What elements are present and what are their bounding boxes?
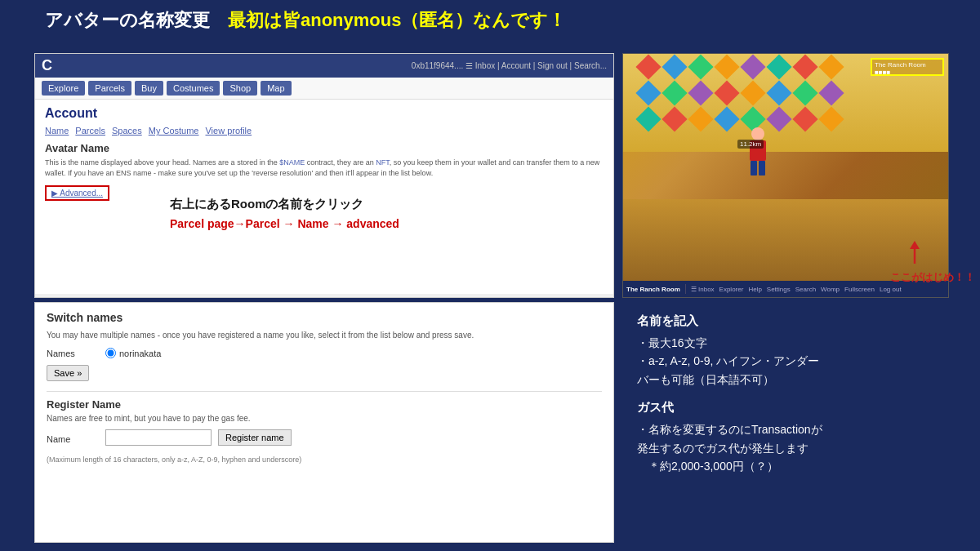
menu-parcels[interactable]: Parcels <box>88 81 131 96</box>
gas-item-3: ＊約2,000-3,000円（？） <box>637 457 951 475</box>
register-section: Register Name Names are free to mint, bu… <box>47 391 602 464</box>
diamond-14 <box>766 80 791 105</box>
diamond-3 <box>688 54 713 79</box>
bar-explorer[interactable]: Explorer <box>719 286 744 293</box>
annotation-room-click: 右上にあるRoomの名前をクリック <box>170 197 364 212</box>
diamond-17 <box>635 106 661 131</box>
names-radio[interactable] <box>105 348 116 358</box>
nft-link[interactable]: NFT <box>376 158 390 167</box>
diamond-19 <box>688 106 713 131</box>
nav-address: 0xb11f9644.... ☰ Inbox | Account | Sign … <box>338 61 608 70</box>
sub-nav-parcels[interactable]: Parcels <box>75 126 105 136</box>
sub-nav-costume[interactable]: My Costume <box>149 126 199 136</box>
bar-settings[interactable]: Settings <box>767 286 791 293</box>
char-legs <box>751 161 765 176</box>
switch-names-title: Switch names <box>47 311 602 324</box>
name-item-3: バーも可能（日本語不可） <box>637 371 951 389</box>
browser-menu: Explore Parcels Buy Costumes Shop Map <box>35 78 613 100</box>
char-leg-left <box>751 161 757 176</box>
name-info-section: 名前を記入 ・最大16文字 ・a-z, A-z, 0-9, ハイフン・アンダー … <box>637 313 951 389</box>
sub-nav-spaces[interactable]: Spaces <box>112 126 142 136</box>
advanced-button[interactable]: ▶ Advanced... <box>45 185 109 201</box>
menu-explore[interactable]: Explore <box>42 81 85 96</box>
sub-nav: Name Parcels Spaces My Costume View prof… <box>45 126 604 136</box>
diamond-22 <box>766 106 791 131</box>
room-name-bar: The Ranch Room <box>626 286 680 293</box>
name-item-1: ・最大16文字 <box>637 334 951 352</box>
bar-fullscreen[interactable]: Fullscreen <box>844 286 875 293</box>
diamond-20 <box>714 106 739 131</box>
register-desc: Names are free to mint, but you have to … <box>47 414 602 423</box>
hint-text: (Maximum length of 16 characters, only a… <box>47 455 602 464</box>
radio-value: norinakata <box>119 349 161 358</box>
header-highlight: 最初は皆anonymous（匿名）なんです！ <box>228 10 566 30</box>
left-bottom-panel: Switch names You may have multiple names… <box>34 302 614 543</box>
register-title: Register Name <box>47 398 602 411</box>
page-title: Account <box>45 106 604 121</box>
diamond-24 <box>818 106 844 131</box>
diamond-11 <box>688 80 713 105</box>
bar-inbox[interactable]: ☰ Inbox <box>691 286 715 293</box>
koko-annotation: ここがはじめ！！ <box>890 241 975 285</box>
name-field-label: Name <box>47 434 96 444</box>
koko-text: ここがはじめ！！ <box>890 270 975 285</box>
left-top-panel: C 0xb11f9644.... ☰ Inbox | Account | Sig… <box>34 53 614 298</box>
diamond-8 <box>818 54 844 79</box>
room-highlight-box: The Ranch Room ■■■■ <box>871 58 944 76</box>
register-name-button[interactable]: Register name <box>218 429 292 446</box>
name-text-input[interactable] <box>105 429 212 446</box>
svg-marker-3 <box>910 241 920 249</box>
diamond-12 <box>714 80 739 105</box>
diamond-16 <box>818 80 844 105</box>
gas-item-2: 発生するのでガス代が発生します <box>637 439 951 457</box>
radio-option[interactable]: norinakata <box>105 348 161 358</box>
name-item-2: ・a-z, A-z, 0-9, ハイフン・アンダー <box>637 352 951 370</box>
diamond-9 <box>635 80 661 105</box>
menu-map[interactable]: Map <box>261 81 291 96</box>
sub-nav-profile[interactable]: View profile <box>205 126 252 136</box>
browser-nav: C 0xb11f9644.... ☰ Inbox | Account | Sig… <box>35 54 613 78</box>
diamond-13 <box>740 80 765 105</box>
diamond-grid <box>639 58 845 133</box>
diamond-6 <box>766 54 791 79</box>
sname-link[interactable]: $NAME <box>279 158 305 167</box>
name-input-row: Register name <box>105 429 292 446</box>
bar-help[interactable]: Help <box>748 286 761 293</box>
save-button[interactable]: Save » <box>47 365 89 381</box>
annotation-parcel: Parcel page→Parcel → Name → advanced <box>170 217 399 230</box>
diamond-5 <box>740 54 765 79</box>
diamond-23 <box>792 106 817 131</box>
annotation-advanced: advanced <box>346 217 399 230</box>
names-label: Names <box>47 349 96 358</box>
switch-names-content: Switch names You may have multiple names… <box>35 303 613 542</box>
diamond-4 <box>714 54 739 79</box>
char-leg-right <box>759 161 765 176</box>
menu-costumes[interactable]: Costumes <box>167 81 220 96</box>
avatar-description: This is the name displayed above your he… <box>45 158 604 178</box>
switch-desc: You may have multiple names - once you h… <box>47 331 602 340</box>
gas-section-title: ガス代 <box>637 400 951 415</box>
diamond-10 <box>662 80 687 105</box>
name-input-section: Name Register name <box>47 429 602 449</box>
diamond-7 <box>792 54 817 79</box>
menu-shop[interactable]: Shop <box>223 81 257 96</box>
gas-info-section: ガス代 ・名称を変更するのにTransactionが 発生するのでガス代が発生し… <box>637 400 951 475</box>
names-row: Names norinakata <box>47 348 602 358</box>
diamond-1 <box>635 54 661 79</box>
distance-label: 11.2km <box>737 140 764 149</box>
diamond-15 <box>792 80 817 105</box>
bar-womp[interactable]: Womp <box>821 286 840 293</box>
menu-buy[interactable]: Buy <box>135 81 163 96</box>
page-header: アバターの名称変更 最初は皆anonymous（匿名）なんです！ <box>45 8 566 33</box>
bar-logout[interactable]: Log out <box>880 286 902 293</box>
header-normal: アバターの名称変更 <box>45 10 228 30</box>
site-logo: C <box>42 57 52 74</box>
char-head <box>751 127 764 140</box>
diamond-18 <box>662 106 687 131</box>
right-bottom-panel: 名前を記入 ・最大16文字 ・a-z, A-z, 0-9, ハイフン・アンダー … <box>622 302 965 543</box>
room-highlight-text: The Ranch Room ■■■■ <box>872 60 942 78</box>
sub-nav-name[interactable]: Name <box>45 126 69 136</box>
avatar-name-title: Avatar Name <box>45 142 604 154</box>
bar-search[interactable]: Search <box>795 286 816 293</box>
diamond-2 <box>662 54 687 79</box>
